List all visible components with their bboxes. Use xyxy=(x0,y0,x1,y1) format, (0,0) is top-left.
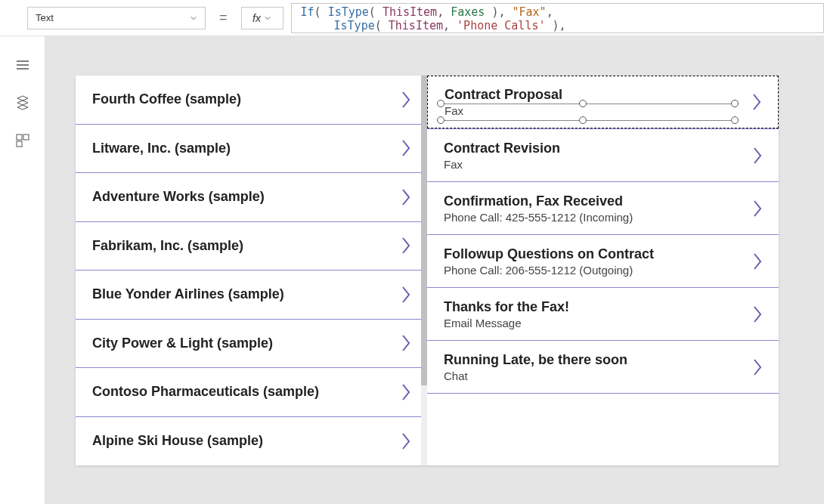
list-item[interactable]: Followup Questions on Contract Phone Cal… xyxy=(427,235,779,288)
selection-handle[interactable] xyxy=(731,100,739,107)
list-item-title: Alpine Ski House (sample) xyxy=(92,433,263,449)
list-item[interactable]: Fourth Coffee (sample) xyxy=(76,76,427,125)
chevron-right-icon xyxy=(400,89,412,110)
list-item-subtitle: Fax xyxy=(444,158,747,171)
chevron-right-button[interactable] xyxy=(395,235,417,256)
chevron-right-icon xyxy=(751,145,764,166)
chevron-right-button[interactable] xyxy=(395,187,417,208)
list-item-subtitle: Phone Call: 206-555-1212 (Outgoing) xyxy=(444,264,747,277)
list-item-title: Followup Questions on Contract xyxy=(444,246,747,262)
app-screen: Fourth Coffee (sample) Litware, Inc. (sa… xyxy=(76,76,779,465)
chevron-right-button[interactable] xyxy=(395,89,417,110)
svg-rect-1 xyxy=(23,135,29,140)
list-item[interactable]: Confirmation, Fax Received Phone Call: 4… xyxy=(427,182,779,235)
list-item[interactable]: Alpine Ski House (sample) xyxy=(76,417,427,466)
list-item-title: Blue Yonder Airlines (sample) xyxy=(92,286,284,302)
chevron-right-icon xyxy=(400,138,412,159)
left-rail xyxy=(0,36,45,504)
hamburger-icon[interactable] xyxy=(15,57,30,73)
fx-label: fx xyxy=(252,12,261,24)
scrollbar-track[interactable] xyxy=(421,76,427,465)
list-item[interactable]: Adventure Works (sample) xyxy=(76,173,427,222)
list-item-title: Contoso Pharmaceuticals (sample) xyxy=(92,384,319,400)
chevron-right-icon xyxy=(751,251,764,272)
right-gallery[interactable]: Contract Proposal Fax xyxy=(427,76,779,465)
formula-bar[interactable]: If( IsType( ThisItem, Faxes ), "Fax", Is… xyxy=(291,3,824,33)
list-item-subtitle: Phone Call: 425-555-1212 (Incoming) xyxy=(444,211,747,224)
list-item-title: Running Late, be there soon xyxy=(444,352,747,368)
list-item-title: Confirmation, Fax Received xyxy=(444,193,747,209)
chevron-right-button[interactable] xyxy=(747,304,768,325)
chevron-right-icon xyxy=(400,431,412,452)
selection-handle[interactable] xyxy=(437,100,445,107)
chevron-right-icon xyxy=(400,187,412,208)
chevron-down-icon xyxy=(190,14,197,22)
chevron-right-icon xyxy=(751,91,763,113)
list-item[interactable]: City Power & Light (sample) xyxy=(76,320,427,369)
list-item-title: Contract Revision xyxy=(444,141,747,156)
chevron-right-button[interactable] xyxy=(747,357,768,378)
chevron-right-icon xyxy=(400,284,412,305)
svg-rect-2 xyxy=(17,141,22,147)
selection-guide-line xyxy=(441,120,734,121)
list-item[interactable]: Fabrikam, Inc. (sample) xyxy=(76,222,427,271)
list-item[interactable]: Contoso Pharmaceuticals (sample) xyxy=(76,368,427,417)
selection-handle[interactable] xyxy=(579,116,587,124)
property-dropdown[interactable]: Text xyxy=(27,7,206,29)
list-item-title: Fourth Coffee (sample) xyxy=(92,91,241,107)
list-item[interactable]: Contract Revision Fax xyxy=(427,129,779,182)
chevron-right-button[interactable] xyxy=(395,284,417,305)
list-item-title: Fabrikam, Inc. (sample) xyxy=(92,238,243,254)
selected-gallery-template[interactable]: Contract Proposal Fax xyxy=(427,76,779,128)
list-item-title: City Power & Light (sample) xyxy=(92,335,273,351)
list-item-title: Thanks for the Fax! xyxy=(444,299,747,315)
chevron-right-icon xyxy=(751,198,764,219)
list-item-title: Contract Proposal xyxy=(445,87,746,103)
formula-line-2: IsType( ThisItem, 'Phone Calls' ), xyxy=(301,19,814,32)
left-gallery[interactable]: Fourth Coffee (sample) Litware, Inc. (sa… xyxy=(76,76,427,465)
chevron-right-icon xyxy=(400,332,412,354)
formula-line-1: If( IsType( ThisItem, Faxes ), "Fax", xyxy=(301,5,814,19)
selection-handle[interactable] xyxy=(579,100,587,107)
selection-guide-line xyxy=(441,104,734,104)
list-item[interactable]: Blue Yonder Airlines (sample) xyxy=(76,271,427,320)
chevron-right-button[interactable] xyxy=(395,332,417,354)
canvas-area[interactable]: Fourth Coffee (sample) Litware, Inc. (sa… xyxy=(45,36,824,504)
list-item-subtitle: Email Message xyxy=(444,317,747,329)
equals-label: = xyxy=(213,10,234,26)
chevron-right-button[interactable] xyxy=(747,198,768,219)
chevron-right-button[interactable] xyxy=(747,251,768,272)
list-item-subtitle: Fax xyxy=(445,104,746,117)
chevron-right-icon xyxy=(751,357,764,378)
tree-view-icon[interactable] xyxy=(15,95,30,110)
chevron-down-icon xyxy=(264,14,271,22)
chevron-right-button[interactable] xyxy=(746,91,767,113)
components-icon[interactable] xyxy=(15,133,30,148)
list-item-title: Adventure Works (sample) xyxy=(92,189,265,205)
list-item[interactable]: Litware, Inc. (sample) xyxy=(76,125,427,174)
chevron-right-button[interactable] xyxy=(395,431,417,452)
chevron-right-button[interactable] xyxy=(395,138,417,159)
selection-handle[interactable] xyxy=(731,116,739,124)
chevron-right-icon xyxy=(400,235,412,256)
svg-rect-0 xyxy=(17,135,22,140)
scrollbar-thumb[interactable] xyxy=(421,76,427,385)
list-item-subtitle: Chat xyxy=(444,369,747,382)
list-item[interactable]: Thanks for the Fax! Email Message xyxy=(427,288,779,341)
chevron-right-icon xyxy=(400,382,412,403)
top-bar: Text = fx If( IsType( ThisItem, Faxes ),… xyxy=(0,0,824,36)
list-item-title: Litware, Inc. (sample) xyxy=(92,141,231,156)
chevron-right-icon xyxy=(751,304,764,325)
chevron-right-button[interactable] xyxy=(395,382,417,403)
selection-handle[interactable] xyxy=(437,116,445,124)
list-item[interactable]: Running Late, be there soon Chat xyxy=(427,341,779,394)
property-dropdown-value: Text xyxy=(36,12,54,23)
fx-button[interactable]: fx xyxy=(241,7,283,29)
chevron-right-button[interactable] xyxy=(747,145,768,166)
